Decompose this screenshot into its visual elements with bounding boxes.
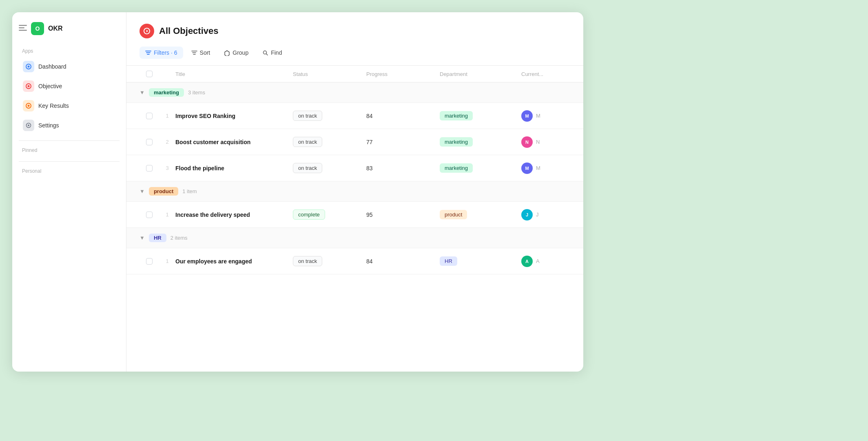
find-label: Find (271, 49, 282, 56)
group-count-marketing: 3 items (188, 89, 205, 96)
filters-label: Filters · 6 (154, 49, 177, 56)
table-header: Title Status Progress Department Current… (126, 66, 583, 82)
owner-name: A (536, 258, 540, 264)
row-checkbox[interactable] (146, 212, 153, 218)
page-title-icon (140, 24, 154, 38)
toolbar: Filters · 6 Sort Group (140, 47, 570, 65)
row-checkbox[interactable] (146, 113, 153, 119)
dept-badge: marketing (440, 111, 473, 120)
col-owner: Current... (521, 71, 570, 77)
row-number: 1 (159, 212, 175, 218)
sidebar-item-dashboard[interactable]: Dashboard (19, 57, 120, 76)
svg-rect-0 (19, 25, 27, 26)
app-name: OKR (48, 25, 63, 32)
status-badge: complete (293, 209, 325, 220)
row-number: 1 (159, 113, 175, 119)
row-progress: 83 (366, 165, 440, 172)
owner-name: M (536, 165, 540, 171)
group-button[interactable]: Group (218, 47, 254, 59)
group-chevron-marketing[interactable]: ▼ (140, 89, 145, 96)
dept-badge: marketing (440, 137, 473, 147)
svg-point-8 (28, 105, 30, 107)
row-owner: N N (521, 136, 570, 148)
row-owner: M M (521, 163, 570, 174)
table-row: 1 Our employees are engaged on track 84 … (126, 248, 583, 274)
table-area: Title Status Progress Department Current… (126, 66, 583, 372)
filter-icon (145, 50, 151, 56)
dashboard-icon (23, 61, 34, 72)
row-dept: marketing (440, 137, 521, 147)
row-number: 1 (159, 258, 175, 264)
row-title: Increase the delivery speed (175, 205, 293, 225)
col-department: Department (440, 71, 521, 77)
group-icon (224, 50, 230, 56)
row-checkbox[interactable] (146, 258, 153, 265)
main-header: All Objectives Filters · 6 Sort (126, 12, 583, 66)
sidebar-header: O OKR (19, 22, 120, 35)
row-dept: HR (440, 256, 521, 266)
header-checkbox-cell (140, 71, 159, 77)
sort-icon (191, 50, 197, 56)
avatar: J (521, 209, 533, 220)
divider-1 (19, 140, 120, 141)
row-owner: M M (521, 110, 570, 122)
status-badge: on track (293, 163, 322, 173)
row-checkbox[interactable] (146, 139, 153, 145)
owner-name: M (536, 113, 540, 119)
row-dept: product (440, 210, 521, 219)
sidebar-item-settings[interactable]: Settings (19, 116, 120, 135)
group-tag-hr: HR (149, 234, 166, 242)
row-owner: J J (521, 209, 570, 220)
sidebar: O OKR Apps Dashboard (12, 12, 126, 372)
find-icon (262, 50, 268, 56)
sidebar-item-objective[interactable]: Objective (19, 77, 120, 96)
table-row: 2 Boost customer acquisition on track 77… (126, 129, 583, 155)
apps-section-label: Apps (19, 48, 120, 54)
page-title: All Objectives (159, 26, 219, 36)
sort-label: Sort (200, 49, 210, 56)
dept-badge: HR (440, 256, 457, 266)
avatar: M (521, 163, 533, 174)
settings-icon (23, 120, 34, 131)
avatar: A (521, 256, 533, 267)
menu-icon[interactable] (19, 24, 27, 34)
sort-button[interactable]: Sort (186, 47, 216, 59)
group-chevron-product[interactable]: ▼ (140, 188, 145, 194)
row-checkbox[interactable] (146, 165, 153, 172)
sidebar-item-key-results[interactable]: Key Results (19, 96, 120, 115)
owner-name: J (536, 212, 539, 218)
page-title-row: All Objectives (140, 24, 570, 38)
filters-button[interactable]: Filters · 6 (140, 47, 183, 59)
status-badge: on track (293, 137, 322, 147)
row-progress: 84 (366, 113, 440, 119)
find-button[interactable]: Find (257, 47, 288, 59)
svg-point-4 (28, 66, 30, 68)
group-count-product: 1 item (182, 188, 197, 194)
group-chevron-hr[interactable]: ▼ (140, 235, 145, 241)
status-badge: on track (293, 256, 322, 266)
table-row: 3 Flood the pipeline on track 83 marketi… (126, 155, 583, 181)
avatar: M (521, 110, 533, 122)
select-all-checkbox[interactable] (146, 71, 153, 77)
sidebar-nav: Dashboard Objective Key (19, 57, 120, 136)
main-content: All Objectives Filters · 6 Sort (126, 12, 583, 372)
table-row: 1 Improve SEO Ranking on track 84 market… (126, 103, 583, 129)
group-tag-marketing: marketing (149, 88, 184, 97)
group-product: ▼ product 1 item (126, 181, 583, 202)
row-status: on track (293, 256, 366, 266)
group-marketing: ▼ marketing 3 items (126, 82, 583, 103)
key-results-icon (23, 100, 34, 111)
row-title: Boost customer acquisition (175, 132, 293, 152)
row-progress: 95 (366, 212, 440, 218)
owner-name: N (536, 139, 540, 145)
row-status: on track (293, 163, 366, 173)
svg-rect-1 (19, 27, 24, 28)
row-number: 2 (159, 139, 175, 145)
sidebar-item-objective-label: Objective (38, 83, 62, 89)
row-title: Flood the pipeline (175, 158, 293, 178)
row-dept: marketing (440, 111, 521, 120)
personal-section-label: Personal (19, 168, 120, 174)
col-status: Status (293, 71, 366, 77)
group-label: Group (232, 49, 248, 56)
divider-2 (19, 161, 120, 162)
